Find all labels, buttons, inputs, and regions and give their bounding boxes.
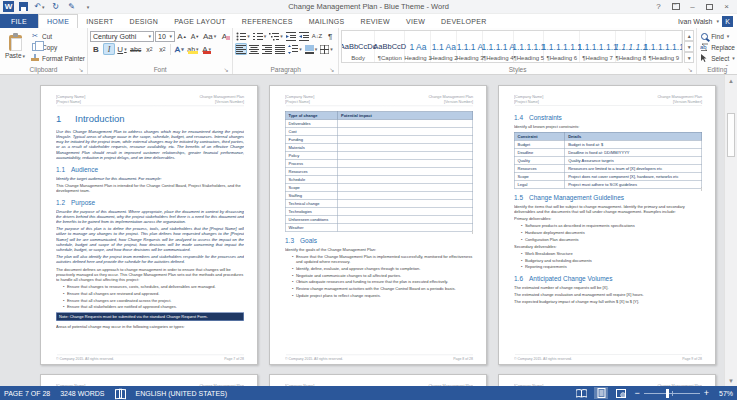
text-effects-button[interactable]: A▾	[173, 43, 185, 55]
style-heading-7[interactable]: 1.1.1.1.1.1¶Heading 7	[580, 31, 616, 62]
document-page-sliver-3[interactable]: [Company Name][Project Name]Change Manag…	[498, 374, 716, 386]
font-name-select[interactable]: Century Gothi▾	[90, 31, 154, 42]
style-heading-4[interactable]: 1.1.1.1 A¶Heading 4	[483, 31, 514, 62]
print-layout-button[interactable]	[594, 387, 608, 399]
proofing-status[interactable]	[115, 389, 126, 397]
tab-design[interactable]: DESIGN	[122, 14, 167, 28]
style-heading-9[interactable]: 1.1.1.1.1.1¶Heading 9	[646, 31, 682, 62]
tab-mailings[interactable]: MAILINGS	[301, 14, 353, 28]
zoom-slider[interactable]	[644, 393, 700, 394]
tab-view[interactable]: VIEW	[398, 14, 433, 28]
table-resize-handle[interactable]	[701, 187, 702, 190]
style-heading-3[interactable]: 1.1.1 AHeading 3	[457, 31, 483, 62]
collapse-ribbon-button[interactable]: ˆ	[721, 62, 733, 72]
cut-button[interactable]: ✂Cut	[30, 31, 85, 41]
increase-indent-button[interactable]	[298, 30, 310, 42]
align-center-button[interactable]	[248, 43, 260, 55]
clear-formatting-button[interactable]: A	[218, 30, 230, 42]
styles-dialog-launcher[interactable]: ↘	[686, 65, 694, 73]
tab-page-layout[interactable]: PAGE LAYOUT	[166, 14, 234, 28]
minimize-button[interactable]: –	[685, 1, 700, 12]
tab-developer[interactable]: DEVELOPER	[433, 14, 495, 28]
repeat-button[interactable]: ↻	[49, 1, 62, 12]
underline-button[interactable]: U▾	[116, 43, 128, 55]
document-page-3[interactable]: [Company Name][Project Name]Change Manag…	[498, 85, 716, 365]
show-hide-paragraph-button[interactable]: ¶	[324, 30, 336, 42]
change-case-button[interactable]: Aa▾	[202, 30, 217, 42]
close-button[interactable]: ×	[719, 1, 734, 12]
align-left-button[interactable]	[235, 43, 247, 55]
bullets-button[interactable]: ▾	[235, 30, 251, 42]
style-heading-2[interactable]: 1.1 AaHeading 2	[431, 31, 457, 62]
shrink-font-button[interactable]: A▼	[189, 30, 201, 42]
style-caption[interactable]: AaBbCcD¶Caption	[375, 31, 405, 62]
tab-review[interactable]: REVIEW	[353, 14, 398, 28]
web-layout-button[interactable]	[614, 387, 628, 399]
document-page-sliver-1[interactable]: [Company Name][Project Name]Change Manag…	[40, 374, 258, 386]
styles-scroll-up-button[interactable]: ▲	[684, 30, 694, 41]
page-indicator[interactable]: PAGE 7 OF 28	[4, 390, 50, 397]
help-button[interactable]: ?	[651, 1, 666, 12]
vertical-scrollbar[interactable]: ▲ ▼	[724, 75, 737, 386]
bold-button[interactable]: B	[90, 43, 102, 55]
scroll-down-arrow[interactable]: ▼	[725, 375, 737, 386]
restore-button[interactable]	[702, 1, 717, 12]
paste-button[interactable]: Paste▾	[2, 30, 28, 63]
customize-qat-button[interactable]: ▾	[81, 1, 94, 12]
draw-table-button[interactable]: ✎	[65, 1, 78, 12]
style-heading-1[interactable]: 1 AaHeading 1	[405, 31, 431, 62]
document-page-2[interactable]: [Company Name][Project Name]Change Manag…	[269, 85, 487, 365]
zoom-level[interactable]: 57%	[715, 390, 733, 397]
scroll-up-arrow[interactable]: ▲	[725, 75, 737, 86]
find-button[interactable]: Find▾	[699, 31, 735, 41]
tab-insert[interactable]: INSERT	[78, 14, 121, 28]
scrollbar-thumb[interactable]	[727, 113, 735, 157]
tab-references[interactable]: REFERENCES	[234, 14, 301, 28]
numbering-button[interactable]: ▾	[252, 30, 268, 42]
styles-more-button[interactable]: ▼	[684, 52, 694, 63]
tab-home[interactable]: HOME	[38, 14, 78, 28]
read-mode-button[interactable]	[574, 387, 588, 399]
italic-button[interactable]: I	[103, 43, 115, 55]
copy-button[interactable]: Copy	[30, 42, 85, 52]
text-highlight-button[interactable]: ab▾	[186, 43, 199, 55]
word-count[interactable]: 3248 WORDS	[60, 390, 104, 397]
style-heading-5[interactable]: 1.1.1.1.1¶Heading 5	[514, 31, 544, 62]
align-right-button[interactable]	[261, 43, 273, 55]
document-page-1[interactable]: [Company Name][Project Name]Change Manag…	[40, 85, 258, 365]
justify-button[interactable]	[274, 43, 286, 55]
superscript-button[interactable]: x2	[156, 43, 168, 55]
style-body[interactable]: AaBbCcDcBody	[342, 31, 375, 62]
styles-scroll-down-button[interactable]: ▼	[684, 41, 694, 52]
line-spacing-button[interactable]: ▾	[287, 43, 303, 55]
strikethrough-button[interactable]: abc	[129, 43, 142, 55]
undo-button[interactable]: ↶▾	[33, 1, 46, 12]
zoom-in-button[interactable]: +	[704, 389, 709, 398]
style-heading-6[interactable]: 1.1.1.1.1.1¶Heading 6	[544, 31, 580, 62]
multilevel-list-button[interactable]: ▾	[268, 30, 284, 42]
account-control[interactable]: Ivan Walsh ▾ K	[678, 14, 737, 28]
decrease-indent-button[interactable]	[285, 30, 297, 42]
document-page-sliver-2[interactable]: [Company Name][Project Name]Change Manag…	[269, 374, 487, 386]
grow-font-button[interactable]: A▲	[176, 30, 188, 42]
sort-button[interactable]: A↓Z	[311, 30, 323, 42]
shading-button[interactable]: ▾	[304, 43, 319, 55]
replace-button[interactable]: abReplace	[699, 42, 735, 52]
font-size-select[interactable]: 10▾	[155, 31, 175, 42]
table-resize-handle[interactable]	[472, 231, 473, 234]
subscript-button[interactable]: x2	[143, 43, 155, 55]
font-dialog-launcher[interactable]: ↘	[222, 65, 230, 73]
format-painter-button[interactable]: Format Painter	[30, 53, 85, 63]
tab-file[interactable]: FILE	[0, 14, 38, 28]
ribbon-display-options-button[interactable]	[668, 1, 683, 12]
clipboard-dialog-launcher[interactable]: ↘	[77, 65, 85, 73]
save-button[interactable]	[17, 1, 30, 12]
zoom-out-button[interactable]: −	[634, 389, 639, 398]
paragraph-dialog-launcher[interactable]: ↘	[328, 65, 336, 73]
language-indicator[interactable]: ENGLISH (UNITED STATES)	[136, 390, 228, 397]
document-area[interactable]: [Company Name][Project Name]Change Manag…	[0, 75, 737, 386]
font-color-button[interactable]: A▾	[201, 43, 213, 55]
zoom-slider-thumb[interactable]	[666, 389, 669, 398]
style-heading-8[interactable]: 1.1.1.1.1¶Heading 8	[616, 31, 646, 62]
borders-button[interactable]: ▾	[319, 43, 334, 55]
